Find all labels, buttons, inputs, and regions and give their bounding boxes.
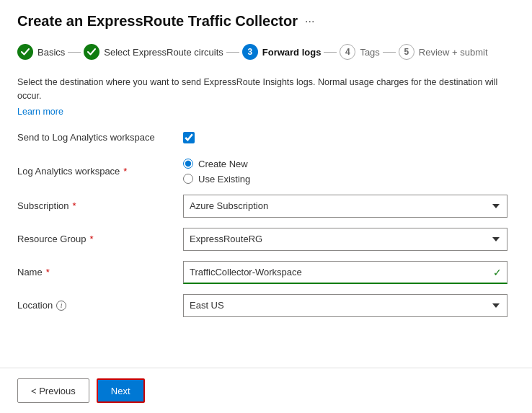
name-valid-icon: ✓ [493,267,502,278]
step-select-circuits-label: Select ExpressRoute circuits [104,47,223,58]
log-workspace-control: Create New Use Existing [183,159,515,185]
label-resource-group: Resource Group * [17,234,183,244]
header-ellipsis-menu[interactable]: ··· [305,15,314,28]
step-basics-label: Basics [37,47,65,58]
form-row-resource-group: Resource Group * ExpressRouteRG [17,228,515,251]
form-row-name: Name * ✓ [17,261,515,284]
radio-option-create-new[interactable]: Create New [183,159,515,169]
label-send-to-log: Send to Log Analytics workspace [17,132,183,143]
step-tags-label: Tags [360,47,379,58]
step-basics[interactable]: Basics [17,44,65,60]
learn-more-link[interactable]: Learn more [17,107,63,117]
location-dropdown[interactable]: East US [183,294,507,317]
footer: < Previous Next [0,368,532,413]
radio-create-new-label: Create New [198,159,248,169]
radio-use-existing[interactable] [183,174,193,184]
required-asterisk-sub: * [73,200,76,211]
step-review-submit-label: Review + submit [419,47,488,58]
section-description: Select the destination where you want to… [17,76,515,103]
next-button[interactable]: Next [97,378,145,403]
required-asterisk-log: * [123,166,127,177]
page-container: Create an ExpressRoute Traffic Collector… [0,0,532,413]
form-row-send-to-log: Send to Log Analytics workspace [17,127,515,148]
step-forward-logs[interactable]: 3 Forward logs [242,44,322,60]
name-input-wrapper: ✓ [183,261,507,284]
step-forward-logs-icon: 3 [242,44,258,60]
wizard-steps: Basics Select ExpressRoute circuits 3 Fo… [0,37,532,67]
send-to-log-control [183,132,515,143]
form-row-log-workspace: Log Analytics workspace * Create New Use… [17,159,515,185]
name-control: ✓ [183,261,515,284]
step-divider-2 [226,52,239,53]
radio-group-workspace: Create New Use Existing [183,159,515,185]
page-title: Create an ExpressRoute Traffic Collector [17,13,298,30]
radio-create-new[interactable] [183,159,193,169]
required-asterisk-rg: * [89,234,93,244]
resource-group-control: ExpressRouteRG [183,228,515,251]
step-divider-3 [324,52,337,53]
subscription-control: Azure Subscription [183,195,515,218]
label-name: Name * [17,267,183,277]
name-input[interactable] [183,261,507,284]
form-row-subscription: Subscription * Azure Subscription [17,195,515,218]
step-review-submit[interactable]: 5 Review + submit [399,44,488,60]
step-review-submit-icon: 5 [399,44,414,60]
step-divider-4 [383,52,396,53]
location-info-icon[interactable]: i [56,301,66,311]
radio-use-existing-label: Use Existing [198,174,250,185]
step-select-circuits-icon [84,44,99,60]
location-control: East US [183,294,515,317]
form-row-location: Location i East US [17,294,515,317]
required-asterisk-name: * [46,267,50,277]
main-content: Select the destination where you want to… [0,67,532,368]
send-to-log-checkbox[interactable] [183,132,195,143]
step-tags-icon: 4 [340,44,355,60]
subscription-dropdown[interactable]: Azure Subscription [183,195,507,218]
page-header: Create an ExpressRoute Traffic Collector… [0,0,532,37]
form-section: Send to Log Analytics workspace Log Anal… [17,127,515,317]
step-tags[interactable]: 4 Tags [340,44,379,60]
label-location: Location i [17,300,183,311]
step-forward-logs-label: Forward logs [262,47,322,58]
step-select-circuits[interactable]: Select ExpressRoute circuits [84,44,223,60]
resource-group-dropdown[interactable]: ExpressRouteRG [183,228,507,251]
label-log-workspace: Log Analytics workspace * [17,166,183,177]
radio-option-use-existing[interactable]: Use Existing [183,174,515,185]
prev-button[interactable]: < Previous [17,378,89,403]
label-subscription: Subscription * [17,200,183,211]
step-divider-1 [68,52,81,53]
step-basics-icon [17,44,33,60]
